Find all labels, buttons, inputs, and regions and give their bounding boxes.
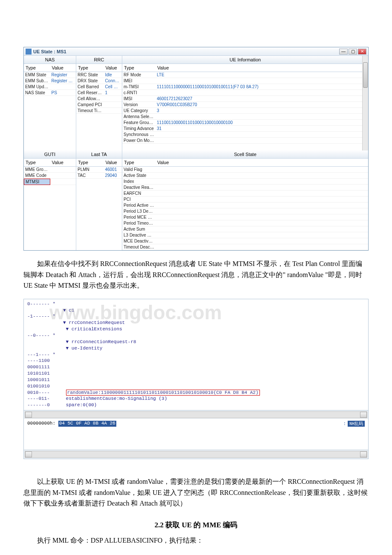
col-type: Type	[76, 159, 104, 167]
row-value	[156, 114, 368, 120]
hscroll-2[interactable]	[25, 451, 367, 458]
code-line: ---1---- *	[27, 352, 365, 358]
maximize-button[interactable]: ▢	[349, 49, 357, 55]
code-bits: -------0	[27, 402, 63, 408]
nas-panel: NAS TypeValue EMM StateRegisterEMM Sub S…	[24, 56, 76, 150]
row-value: 29040	[104, 173, 122, 179]
scroll-right-icon[interactable]	[360, 412, 367, 418]
paragraph-2: 以上获取 UE 的 M-TMSI 或者 randomValue，需要注意的是我们…	[23, 476, 369, 509]
code-bits: 01001010	[27, 383, 63, 390]
window-titlebar: UE State : MS1 — ▢ ✕	[24, 47, 368, 56]
table-row: Valid Flag	[122, 167, 368, 173]
row-label: MCE Deactive Sum	[122, 238, 156, 244]
col-type: Type	[76, 64, 104, 72]
row-label: L3 Deactive Sum	[122, 232, 156, 238]
table-row: EMM StateRegister	[24, 72, 76, 78]
row-label: Period L3 Deactive C...	[122, 208, 156, 214]
close-button[interactable]: ✕	[358, 49, 366, 55]
row-value	[156, 226, 368, 232]
window-title: UE State : MS1	[33, 49, 66, 54]
scroll-right-icon[interactable]	[360, 451, 367, 457]
hex-line: 00000000h: 04 5C 0F AD 8B 4A 26 :NH乱码	[24, 419, 368, 428]
scell-header: Scell State	[122, 150, 368, 159]
section-heading: 2.2 获取 UE 的 MME 编码	[23, 520, 369, 530]
row-label: Camped PCI	[76, 102, 104, 108]
row-value	[156, 202, 368, 208]
row-value: Register Normal S...	[50, 78, 76, 84]
row-value: Cell Not Barred	[104, 84, 122, 90]
code-tree-text: establishmentCause:mo-Signalling (3)	[63, 396, 167, 401]
code-tree-text: ▼ criticalExtensions	[63, 327, 122, 332]
row-value: PS	[50, 90, 76, 96]
table-row: Active Sum	[122, 226, 368, 232]
col-value: Value	[104, 64, 122, 72]
table-row: IMEI	[122, 78, 368, 84]
table-row: Period MCE Deactive...	[122, 214, 368, 220]
scroll-left-icon[interactable]	[25, 412, 32, 418]
scroll-left-icon[interactable]	[25, 451, 32, 457]
row-label: EMM Sub State	[24, 78, 50, 84]
table-row: EARFCN	[122, 191, 368, 197]
hscroll[interactable]	[25, 411, 367, 418]
table-row: L3 Deactive Sum	[122, 232, 368, 238]
code-line: --0----- *	[27, 332, 365, 339]
row-value	[156, 132, 368, 138]
table-row: Period Timeout Deact...	[122, 220, 368, 226]
row-value: 1	[104, 90, 122, 96]
row-value	[156, 90, 368, 96]
row-label: Period Active Count	[122, 202, 156, 208]
table-row: Period L3 Deactive C...	[122, 208, 368, 214]
code-tree-text: ▼ rrcConnectionRequest	[63, 320, 125, 325]
row-label: EARFCN	[122, 191, 156, 197]
table-row: MME GroupID	[24, 167, 76, 173]
table-row: PCI	[122, 197, 368, 202]
table-row: Antenna Selection	[122, 114, 368, 120]
code-line: ▼ rrcConnectionRequest-r8	[27, 339, 365, 345]
row-label: Deactive Reason	[122, 185, 156, 191]
table-row: MCE Deactive Sum	[122, 238, 368, 244]
row-value	[156, 232, 368, 238]
row-label: c-RNTI	[122, 90, 156, 96]
row-label: UE Category	[122, 108, 156, 114]
col-type: Type	[24, 64, 50, 72]
row-value: Register	[50, 72, 76, 78]
row-value: V700R001C035B270	[156, 102, 368, 108]
row-label: Cell Reserved	[76, 90, 104, 96]
code-line: 10101101	[27, 370, 365, 377]
guti-panel: GUTI TypeValue MME GroupIDMME CodeMTMSI	[24, 150, 76, 250]
code-bits: --0----- *	[27, 332, 63, 339]
scrollbar[interactable]	[362, 56, 368, 150]
row-value: 460017212623027	[156, 96, 368, 102]
row-value	[104, 108, 122, 114]
row-value: 3	[156, 108, 368, 114]
row-label: Valid Flag	[122, 167, 156, 173]
paragraph-3: 执行 MML 命令：DSP ALLUEBASICINFO，执行结果：	[23, 535, 369, 546]
code-line: ▼ criticalExtensions	[27, 326, 365, 332]
code-bits: 0------- *	[27, 301, 63, 307]
row-label: Timing Advance	[122, 126, 156, 132]
table-row: Cell BarredCell Not Barred	[76, 84, 122, 90]
row-label: MTMSI	[24, 179, 50, 185]
row-value	[156, 208, 368, 214]
code-tree-text: spare:0(00)	[63, 402, 97, 408]
code-bits: 00001111	[27, 364, 63, 370]
table-row: Index	[122, 179, 368, 185]
col-value: Value	[50, 159, 76, 167]
minimize-button[interactable]: —	[339, 49, 348, 55]
row-label: Timeout Deactive Sum	[122, 244, 156, 250]
row-label: Antenna Selection	[122, 114, 156, 120]
row-label: PCI	[122, 197, 156, 202]
row-label: Synchronous State	[122, 132, 156, 138]
table-row: PLMN46001	[76, 167, 122, 173]
code-line: ▼ rrcConnectionRequest	[27, 320, 365, 326]
nas-header: NAS	[24, 56, 76, 64]
row-value	[156, 220, 368, 226]
col-value: Value	[156, 159, 368, 167]
table-row: Period Active Count	[122, 202, 368, 208]
code-line: ▼ ue-Identity	[27, 345, 365, 352]
code-bits: 0010----	[27, 390, 63, 396]
scroll-thumb[interactable]	[363, 62, 368, 88]
hex-tag: NH乱码	[348, 421, 365, 427]
lastta-panel: Last TA TypeValue PLMN46001TAC29040	[76, 150, 122, 250]
row-value: 11110111000000111000101000100111(F7 03 8…	[156, 84, 368, 90]
